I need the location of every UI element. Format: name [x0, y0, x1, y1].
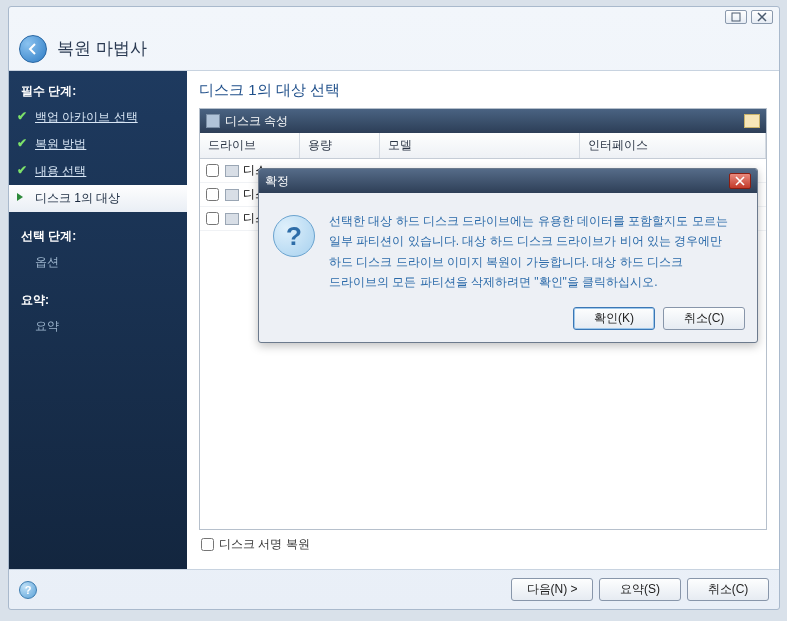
minimize-button[interactable]: [725, 10, 747, 24]
sidebar-optional-title: 선택 단계:: [9, 222, 187, 249]
check-icon: ✔: [17, 136, 27, 150]
check-icon: ✔: [17, 163, 27, 177]
row-checkbox[interactable]: [206, 164, 219, 177]
sidebar-item-label: 내용 선택: [35, 164, 86, 178]
drive-icon: [225, 189, 239, 201]
dialog-title: 확정: [265, 173, 289, 190]
dialog-body: ? 선택한 대상 하드 디스크 드라이브에는 유용한 데이터를 포함할지도 모르…: [259, 193, 757, 301]
disk-icon: [206, 114, 220, 128]
question-icon: ?: [273, 215, 315, 257]
dialog-close-button[interactable]: [729, 173, 751, 189]
sidebar-item-label: 옵션: [35, 255, 59, 269]
sidebar-item-method[interactable]: ✔ 복원 방법: [9, 131, 187, 158]
table-header: 드라이브 용량 모델 인터페이스: [200, 133, 766, 159]
sidebar-item-summary[interactable]: 요약: [9, 313, 187, 340]
disk-signature-checkbox[interactable]: [201, 538, 214, 551]
disk-signature-label: 디스크 서명 복원: [219, 536, 310, 553]
sidebar-item-label: 디스크 1의 대상: [35, 191, 120, 205]
panel-title: 디스크 속성: [225, 113, 288, 130]
summary-button[interactable]: 요약(S): [599, 578, 681, 601]
sidebar-item-options[interactable]: 옵션: [9, 249, 187, 276]
sidebar-item-content[interactable]: ✔ 내용 선택: [9, 158, 187, 185]
dialog-ok-button[interactable]: 확인(K): [573, 307, 655, 330]
drive-icon: [225, 165, 239, 177]
disk-signature-row: 디스크 서명 복원: [199, 530, 767, 553]
header: 복원 마법사: [9, 27, 779, 71]
cancel-button[interactable]: 취소(C): [687, 578, 769, 601]
sidebar-required-title: 필수 단계:: [9, 77, 187, 104]
arrow-right-icon: [15, 191, 27, 206]
sidebar-item-archive[interactable]: ✔ 백업 아카이브 선택: [9, 104, 187, 131]
sidebar-item-label: 백업 아카이브 선택: [35, 110, 138, 124]
dialog-cancel-button[interactable]: 취소(C): [663, 307, 745, 330]
dialog-titlebar: 확정: [259, 169, 757, 193]
row-checkbox[interactable]: [206, 212, 219, 225]
dialog-message: 선택한 대상 하드 디스크 드라이브에는 유용한 데이터를 포함할지도 모르는 …: [329, 211, 743, 293]
footer: ? 다음(N) > 요약(S) 취소(C): [9, 569, 779, 609]
col-drive[interactable]: 드라이브: [200, 133, 300, 158]
confirm-dialog: 확정 ? 선택한 대상 하드 디스크 드라이브에는 유용한 데이터를 포함할지도…: [258, 168, 758, 343]
drive-icon: [225, 213, 239, 225]
col-interface[interactable]: 인터페이스: [580, 133, 766, 158]
check-icon: ✔: [17, 109, 27, 123]
close-button[interactable]: [751, 10, 773, 24]
help-button[interactable]: ?: [19, 581, 37, 599]
sidebar-item-label: 복원 방법: [35, 137, 86, 151]
sidebar-item-disk1-target[interactable]: 디스크 1의 대상: [9, 185, 187, 212]
dialog-footer: 확인(K) 취소(C): [259, 301, 757, 342]
wizard-title: 복원 마법사: [57, 37, 147, 60]
col-capacity[interactable]: 용량: [300, 133, 380, 158]
panel-header: 디스크 속성: [200, 109, 766, 133]
row-checkbox[interactable]: [206, 188, 219, 201]
col-model[interactable]: 모델: [380, 133, 580, 158]
back-button[interactable]: [19, 35, 47, 63]
sidebar: 필수 단계: ✔ 백업 아카이브 선택 ✔ 복원 방법 ✔ 내용 선택 디스크 …: [9, 71, 187, 569]
svg-rect-0: [732, 13, 740, 21]
sidebar-summary-title: 요약:: [9, 286, 187, 313]
next-button[interactable]: 다음(N) >: [511, 578, 593, 601]
panel-action-icon[interactable]: [744, 114, 760, 128]
sidebar-item-label: 요약: [35, 319, 59, 333]
titlebar: [9, 7, 779, 27]
page-title: 디스크 1의 대상 선택: [199, 81, 767, 100]
